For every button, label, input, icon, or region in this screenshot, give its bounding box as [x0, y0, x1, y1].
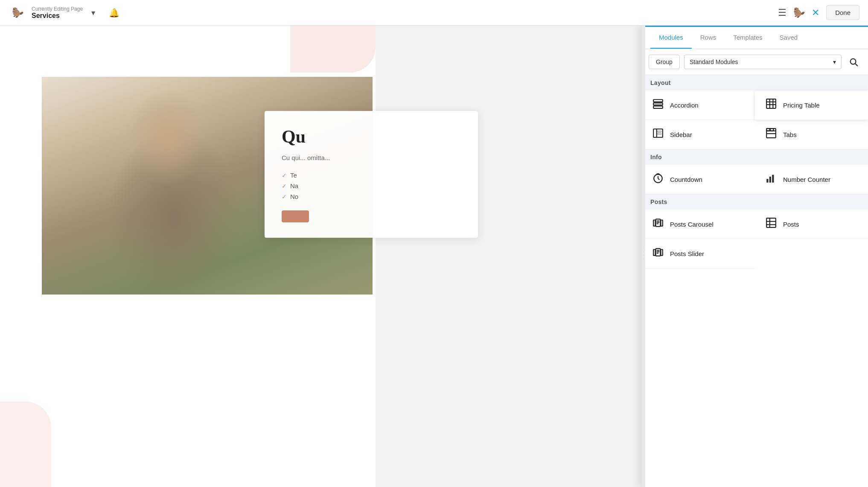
check-item-2-text: Na [290, 182, 298, 190]
module-item-pricing-table[interactable]: Pricing Table [755, 90, 868, 120]
posts-label: Posts [783, 221, 799, 228]
list-icon[interactable]: ☰ [778, 7, 786, 18]
pink-accent-top [290, 26, 376, 73]
beaver-icon[interactable]: 🦫 [793, 7, 805, 18]
panel-controls: Group Standard Modules ▾ [642, 49, 868, 75]
svg-rect-13 [658, 131, 661, 132]
svg-rect-28 [653, 220, 655, 226]
check-mark-icon: ✓ [282, 172, 287, 179]
tab-saved[interactable]: Saved [771, 27, 807, 49]
search-icon [849, 57, 858, 67]
topbar-right: ☰ 🦫 ✕ Done [778, 5, 859, 20]
pricing-table-icon [765, 98, 777, 112]
tab-modules[interactable]: Modules [650, 27, 692, 49]
modules-panel: · · · · · Modules Rows Templates Saved G… [642, 26, 868, 487]
svg-line-1 [855, 64, 857, 66]
tab-rows[interactable]: Rows [692, 27, 725, 49]
currently-editing-label: Currently Editing Page [32, 6, 83, 12]
check-mark-icon: ✓ [282, 183, 287, 190]
section-header-layout: Layout [642, 75, 868, 90]
svg-rect-27 [775, 173, 776, 183]
check-list: ✓ Te ✓ Na ✓ No [282, 172, 461, 200]
topbar: 🦫 Currently Editing Page Services ▾ 🔔 ☰ … [0, 0, 868, 26]
section-header-posts: Posts [642, 194, 868, 210]
module-item-posts[interactable]: Posts [755, 210, 868, 239]
panel-module-list[interactable]: Layout Accordion [642, 75, 868, 487]
section-header-info: Info [642, 149, 868, 165]
panel-tabs: Modules Rows Templates Saved [642, 27, 868, 49]
sidebar-icon [652, 128, 664, 141]
svg-rect-2 [653, 99, 663, 102]
group-button[interactable]: Group [649, 55, 680, 69]
tabs-label: Tabs [783, 131, 797, 138]
info-module-grid: Countdown Number Counter [642, 165, 868, 194]
tabs-icon [765, 128, 777, 141]
posts-module-grid: Posts Carousel Posts [642, 210, 868, 268]
svg-rect-40 [661, 250, 663, 256]
posts-carousel-icon [652, 217, 664, 231]
dropdown-chevron-icon: ▾ [833, 58, 836, 65]
check-mark-icon: ✓ [282, 193, 287, 200]
module-item-posts-slider[interactable]: Posts Slider [642, 239, 755, 268]
check-item-3: ✓ No [282, 193, 461, 200]
pink-accent-bottom [0, 402, 51, 487]
check-item-2: ✓ Na [282, 182, 461, 190]
svg-line-22 [658, 178, 659, 180]
posts-slider-icon [652, 247, 664, 260]
posts-carousel-label: Posts Carousel [670, 221, 714, 228]
page-name-label: Services [32, 12, 83, 20]
drag-dots-icon: · · · · · [642, 248, 646, 264]
pricing-table-label: Pricing Table [783, 102, 820, 109]
posts-icon [765, 217, 777, 231]
content-body: Cu qui... omittа... [282, 153, 461, 163]
topbar-left: 🦫 Currently Editing Page Services ▾ 🔔 [9, 4, 119, 22]
svg-rect-25 [769, 177, 771, 183]
module-item-tabs[interactable]: Tabs [755, 120, 868, 149]
module-item-accordion[interactable]: Accordion [642, 90, 755, 120]
svg-rect-4 [653, 106, 663, 108]
number-counter-label: Number Counter [783, 176, 830, 183]
tab-templates[interactable]: Templates [725, 27, 771, 49]
sidebar-label: Sidebar [670, 131, 692, 138]
panel-drag-handle[interactable]: · · · · · [642, 26, 645, 487]
countdown-icon [652, 172, 664, 186]
module-item-posts-carousel[interactable]: Posts Carousel [642, 210, 755, 239]
done-button[interactable]: Done [826, 5, 859, 20]
svg-rect-26 [772, 175, 774, 182]
content-overlay: Qu Cu qui... omittа... ✓ Te ✓ Na ✓ No [265, 111, 478, 238]
check-item-1: ✓ Te [282, 172, 461, 179]
search-button[interactable] [846, 54, 861, 70]
countdown-label: Countdown [670, 176, 702, 183]
check-item-1-text: Te [290, 172, 297, 179]
content-heading: Qu [282, 126, 461, 147]
accordion-icon [652, 98, 664, 112]
dropdown-label: Standard Modules [690, 58, 738, 65]
svg-rect-14 [658, 133, 661, 134]
page-dropdown-arrow[interactable]: ▾ [91, 8, 95, 17]
module-type-dropdown[interactable]: Standard Modules ▾ [684, 55, 842, 69]
check-item-3-text: No [290, 193, 298, 200]
notification-bell-icon[interactable]: 🔔 [109, 8, 119, 18]
svg-rect-24 [766, 179, 768, 183]
module-item-countdown[interactable]: Countdown [642, 165, 755, 194]
posts-slider-label: Posts Slider [670, 250, 704, 257]
module-item-sidebar[interactable]: Sidebar [642, 120, 755, 149]
module-item-number-counter[interactable]: Number Counter [755, 165, 868, 194]
cta-button[interactable] [282, 210, 309, 222]
svg-rect-30 [661, 220, 663, 226]
accordion-label: Accordion [670, 102, 699, 109]
svg-rect-34 [766, 218, 776, 227]
number-counter-icon [765, 172, 777, 186]
svg-rect-38 [653, 250, 655, 256]
logo-icon: 🦫 [9, 4, 26, 22]
page-info: Currently Editing Page Services [32, 6, 83, 20]
svg-rect-6 [766, 99, 776, 108]
close-panel-icon[interactable]: ✕ [812, 7, 819, 18]
layout-module-grid: Accordion Pricing Table [642, 90, 868, 149]
main-content: Qu Cu qui... omittа... ✓ Te ✓ Na ✓ No · … [0, 26, 868, 487]
